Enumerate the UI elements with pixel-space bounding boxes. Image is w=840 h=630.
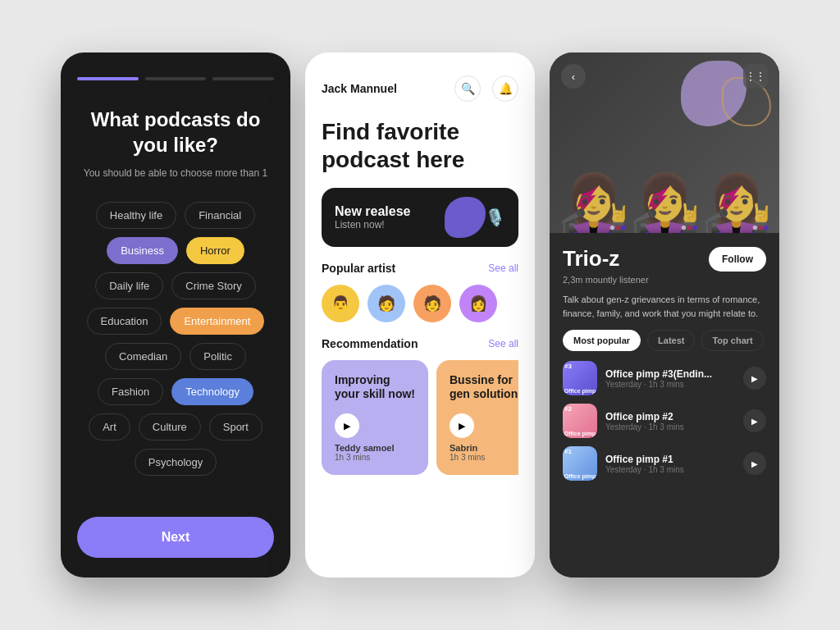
rec-card-1-author: Teddy samoel [335,443,415,453]
grid-button[interactable]: ⋮⋮ [743,64,768,89]
username-label: Jack Mannuel [322,82,397,95]
artist-image: 👩‍🎤👩‍🎤👩‍🎤 [558,176,772,233]
podcast-play-3[interactable]: ▶ [743,367,766,390]
artists-row: 👨 🧑 🧑 👩 [322,285,518,322]
rec-card-1-duration: 1h 3 mins [335,453,415,462]
recommendation-cards: Improving your skill now! ▶ Teddy samoel… [322,360,518,475]
podcast-item-2[interactable]: #2 Office pimp Office pimp #2 Yesterday … [563,404,766,438]
artist-name: Trio-z [563,246,619,272]
podcast-list: #3 Office pimp Office pimp #3(Endin... Y… [563,361,766,481]
banner-sublabel: Listen now! [335,219,411,231]
tag-culture[interactable]: Culture [139,413,201,441]
artist-avatar-3[interactable]: 🧑 [413,285,451,322]
tag-technology[interactable]: Technology [171,378,253,405]
screen2-header: Jack Mannuel 🔍 🔔 [322,75,518,102]
progress-step-1 [77,77,139,80]
rec-card-1-title: Improving your skill now! [335,373,415,401]
podcast-info-2: Office pimp #2 Yesterday · 1h 3 mins [605,411,735,431]
podcast-thumb-3: #3 Office pimp [563,361,597,395]
screen-artist-detail: 👩‍🎤👩‍🎤👩‍🎤 ‹ ⋮⋮ Trio-z Follow 2,3m mountl… [550,52,779,578]
podcast-play-1[interactable]: ▶ [743,452,766,475]
tag-horror[interactable]: Horror [186,237,244,264]
rec-card-2[interactable]: Bussine for gen solution ▶ Sabrin 1h 3 m… [436,360,518,475]
tag-healthy-life[interactable]: Healthy life [96,202,176,229]
tag-business[interactable]: Business [107,237,178,264]
new-release-banner[interactable]: New realese Listen now! 🎙️ [322,188,518,247]
tags-grid: Healthy lifeFinancialBusinessHorrorDaily… [77,202,274,476]
tag-entertainment[interactable]: Entertainment [170,308,264,335]
filter-tabs: Most popular Latest Top chart [563,330,766,351]
banner-blob [445,197,486,238]
banner-label: New realese [335,204,411,219]
podcast-info-1: Office pimp #1 Yesterday · 1h 3 mins [605,454,735,474]
search-icon[interactable]: 🔍 [454,75,481,102]
tag-art[interactable]: Art [89,413,130,441]
artist-avatar-4[interactable]: 👩 [459,285,497,322]
popular-artist-section-header: Popular artist See all [322,262,518,275]
podcast-title-3: Office pimp #3(Endin... [605,368,735,380]
play-button-1[interactable]: ▶ [335,413,359,438]
tab-top-chart[interactable]: Top chart [701,330,763,351]
tab-latest[interactable]: Latest [647,330,695,351]
tag-crime-story[interactable]: Crime Story [171,272,256,299]
podcast-item-3[interactable]: #3 Office pimp Office pimp #3(Endin... Y… [563,361,766,395]
podcast-thumb-2: #2 Office pimp [563,404,597,438]
tag-sport[interactable]: Sport [209,413,262,441]
artist-hero: 👩‍🎤👩‍🎤👩‍🎤 ‹ ⋮⋮ [550,52,779,233]
tag-politic[interactable]: Politic [189,343,246,370]
next-button[interactable]: Next [77,517,274,558]
screen-discover: Jack Mannuel 🔍 🔔 Find favorite podcast h… [305,52,535,578]
artist-listeners: 2,3m mountly listener [563,275,766,285]
podcast-title-2: Office pimp #2 [605,411,735,422]
progress-step-3 [212,77,274,80]
artist-info-row: Trio-z Follow [563,246,766,272]
podcast-info-3: Office pimp #3(Endin... Yesterday · 1h 3… [605,368,735,389]
podcast-item-1[interactable]: #1 Office pimp Office pimp #1 Yesterday … [563,446,766,481]
screen1-subtitle: You should be able to choose more than 1 [84,167,267,179]
rec-card-1[interactable]: Improving your skill now! ▶ Teddy samoel… [322,360,428,475]
rec-card-2-title: Bussine for gen solution [450,373,518,401]
tag-daily-life[interactable]: Daily life [95,272,163,299]
artist-avatar-1[interactable]: 👨 [322,285,359,322]
rec-card-2-author: Sabrin [450,443,518,453]
tag-psychology[interactable]: Psychology [135,449,217,476]
follow-button[interactable]: Follow [709,247,766,272]
microphone-icon: 🎙️ [485,208,505,227]
header-icons: 🔍 🔔 [454,75,518,102]
see-all-artists[interactable]: See all [488,262,518,274]
tag-fashion[interactable]: Fashion [98,378,163,405]
podcast-meta-2: Yesterday · 1h 3 mins [605,422,735,431]
popular-artist-title: Popular artist [322,262,395,275]
artist-description: Talk about gen-z grievances in terms of … [563,293,766,320]
tag-comedian[interactable]: Comedian [105,343,181,370]
screen1-title: What podcasts do you like? [77,107,274,158]
tag-education[interactable]: Education [87,308,162,335]
podcast-thumb-1: #1 Office pimp [563,446,597,481]
podcast-play-2[interactable]: ▶ [743,409,766,432]
artist-avatar-2[interactable]: 🧑 [368,285,405,322]
see-all-recommendations[interactable]: See all [488,338,518,349]
podcast-title-1: Office pimp #1 [605,454,735,465]
screen2-title: Find favorite podcast here [322,118,518,173]
podcast-meta-1: Yesterday · 1h 3 mins [605,465,735,474]
play-button-2[interactable]: ▶ [450,413,474,438]
screen-preferences: What podcasts do you like? You should be… [61,52,290,578]
tab-most-popular[interactable]: Most popular [563,330,641,351]
recommendation-section-header: Recommendation See all [322,337,518,350]
artist-body: Trio-z Follow 2,3m mountly listener Talk… [550,233,779,578]
progress-step-2 [145,77,207,80]
podcast-meta-3: Yesterday · 1h 3 mins [605,380,735,389]
progress-bar [77,77,274,80]
bell-icon[interactable]: 🔔 [492,75,518,102]
recommendation-title: Recommendation [322,337,418,350]
back-button[interactable]: ‹ [561,64,586,89]
rec-card-2-duration: 1h 3 mins [450,453,518,462]
screens-container: What podcasts do you like? You should be… [61,52,779,578]
tag-financial[interactable]: Financial [185,202,255,229]
